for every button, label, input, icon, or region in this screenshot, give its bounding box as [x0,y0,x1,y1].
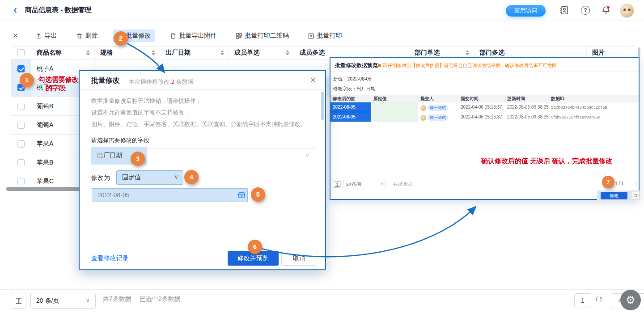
preview-page-indicator: 1 / 1 [615,181,623,186]
preview-modify-button: 修改 [601,192,627,199]
batch-print-button[interactable]: 批量打印 [304,30,346,42]
new-value-cell: 2022-08-05 [330,102,371,112]
date-input[interactable]: 2022-08-05 [92,188,248,202]
submitter-cell: 禅一测试 [418,112,458,122]
row-checkbox[interactable] [17,103,25,110]
chevron-down-icon: ∨ [305,152,309,158]
batch-toolbar: ✕ 导出 删除 批量修改 批量导出附件 [11,28,346,44]
page-title: 商品信息表 - 数据管理 [25,6,91,14]
table-vertical-scrollbar[interactable] [638,47,640,57]
submitter-cell: 禅一测试 [418,102,458,112]
preview-table-row: 2022-08-05 禅一测试 2022-04-06 15:15:37 2022… [330,112,639,122]
sort-icon[interactable] [220,50,224,55]
chevron-down-icon: ∨ [381,180,383,188]
contacts-icon[interactable] [559,5,569,15]
modal-scrollbar[interactable] [321,92,324,120]
row-checkbox[interactable] [17,159,25,166]
preview-total-count: 共2条数据 [393,182,412,187]
row-height-icon [333,180,341,188]
batch-export-attachment-label: 批量导出附件 [179,32,217,40]
batch-edit-preview-panel: 批量修改数据预览 请仔细核对比【修改后的值】是否符合自己诉求的结果后，确认修改后… [330,57,640,200]
preview-table-row: 2022-08-05 禅一测试 2022-04-06 15:15:37 2022… [330,102,639,112]
total-count: 共7条数据 [103,295,131,302]
preview-cancel-button: 取消 [632,192,640,199]
modal-notice: 设置不允许重复值的字段不支持修改； [91,109,190,117]
step-badge-5: 5 [251,187,265,202]
settings-gear-fab[interactable]: ⚙ [620,290,641,310]
export-label: 导出 [45,32,57,40]
app-access-button[interactable]: 应用访问 [506,5,546,17]
selected-count: 已选中2条数据 [140,295,181,302]
original-value-cell [371,112,418,122]
row-checkbox[interactable] [17,140,25,148]
row-checkbox-cell [11,135,31,153]
annotation-step1-text: 勾选需要修改 的字段 [38,75,79,92]
preview-title: 批量修改数据预览 [335,62,378,69]
step-badge-3: 3 [131,152,145,166]
row-checkbox-cell [11,153,31,172]
original-value-cell [371,102,418,112]
record-summary: 共7条数据 已选中2条数据 [103,295,186,303]
batch-export-attachment-button[interactable]: 批量导出附件 [166,30,220,42]
modify-count: 2 [171,78,174,85]
batch-edit-label: 批量修改 [126,32,151,40]
warning-dot-icon [378,64,381,67]
submitter-avatar [420,115,426,121]
export-button[interactable]: 导出 [32,30,61,42]
batch-edit-modal: 批量修改 本次操作将修改 2 条数据 ✕ 数据批量修改后将无法撤销，请谨慎操作；… [79,70,326,270]
modal-notice: 数据批量修改后将无法撤销，请谨慎操作； [91,97,202,105]
user-avatar[interactable] [620,4,634,18]
column-header-member-single[interactable]: 成员单选 [229,47,294,59]
submitter-avatar [420,105,426,111]
notification-bell-icon[interactable] [601,5,611,15]
sort-icon[interactable] [466,50,469,55]
close-selection-icon[interactable]: ✕ [11,30,20,42]
batch-print-qrcode-label: 批量打印二维码 [245,32,289,40]
view-history-link[interactable]: 查看修改记录 [91,254,129,262]
new-value-cell: 2022-08-05 [330,112,371,122]
step-badge-4: 4 [184,170,199,184]
page-number-input[interactable]: 1 [574,293,591,308]
back-chevron-icon[interactable]: ‹ [13,4,17,16]
batch-print-qrcode-button[interactable]: 批量打印二维码 [232,30,292,42]
chevron-down-icon: ∨ [174,173,178,180]
sort-icon[interactable] [286,50,289,55]
modal-subtitle: 本次操作将修改 2 条数据 [129,78,193,86]
annotation-step7-text: 确认修改后的值 无误后 确认，完成批量修改 [481,156,612,165]
delete-button[interactable]: 删除 [72,30,102,42]
help-icon[interactable]: ? [581,6,591,16]
column-header-product-name[interactable]: 商品名称 [31,47,95,59]
footer-bar: 20 条/页 ∨ 共7条数据 已选中2条数据 1 / 1 ‹ › [0,289,644,313]
preview-prev-page-icon: ‹ [636,181,637,186]
row-checkbox[interactable] [17,122,25,129]
row-checkbox[interactable] [17,65,25,72]
modify-mode-select[interactable]: 固定值 ∨ [116,170,183,185]
delete-label: 删除 [85,32,98,40]
field-select-label: 请选择需要修改的字段 [91,136,149,144]
row-checkbox[interactable] [17,178,25,185]
cancel-button[interactable]: 取消 [281,251,317,266]
page-size-select[interactable]: 20 条/页 ∨ [30,293,96,309]
row-checkbox-cell [11,116,31,134]
close-icon[interactable]: ✕ [310,76,316,85]
column-header-factory-date[interactable]: 出厂日期 [160,47,229,59]
modify-mode-value: 固定值 [122,173,141,182]
calendar-icon [238,191,245,200]
field-select-value: 出厂日期 [97,152,122,160]
modify-as-label: 修改为 [91,174,110,182]
preview-page-size-select: 20 条/页 ∨ [343,180,386,188]
sort-icon[interactable] [86,50,90,55]
row-checkbox-cell [11,97,31,115]
app-root: ‹ 商品信息表 - 数据管理 应用访问 ? ✕ [0,0,644,313]
top-bar: ‹ 商品信息表 - 数据管理 应用访问 ? [0,0,644,21]
column-header-spec[interactable]: 规格 [95,47,160,59]
step-badge-6: 6 [248,240,262,254]
select-all-checkbox[interactable] [11,47,31,59]
modal-title: 批量修改 [91,76,120,85]
sort-icon[interactable] [152,50,155,55]
field-select[interactable]: 出厂日期 ∨ [91,148,315,163]
gear-icon: ⚙ [626,295,636,305]
preview-field: 修改字段：出厂日期 [333,86,376,92]
modal-notice: 图片、附件、定位、手写签名、关联数据、关联查询、分割线字段不支持批量修改。 [91,120,306,128]
row-height-button[interactable] [11,293,26,309]
